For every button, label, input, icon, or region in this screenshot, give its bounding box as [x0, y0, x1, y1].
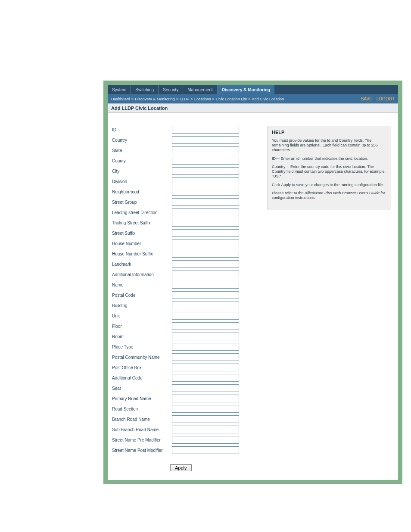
input-name[interactable] [172, 281, 239, 289]
input-country[interactable] [172, 136, 239, 144]
label-floor: Floor [112, 324, 172, 329]
input-street_suffix[interactable] [172, 229, 239, 237]
input-trailing_street_suffix[interactable] [172, 219, 239, 227]
input-post_office_box[interactable] [172, 364, 239, 371]
breadcrumb: Dashboard>Discovery & Monitoring>LLDP>Lo… [111, 97, 284, 101]
input-county[interactable] [172, 157, 239, 165]
input-city[interactable] [172, 167, 239, 175]
form-row-street_name_post_modifier: Street Name Post Modifier [112, 446, 258, 454]
help-text-emphasis: AlliedWare Plus Web Browser User's Guide [305, 191, 380, 195]
input-road_section[interactable] [172, 405, 239, 413]
input-postal_community_name[interactable] [172, 353, 239, 361]
label-city: City [112, 169, 172, 174]
breadcrumb-separator: > [130, 97, 135, 101]
label-house_number: House Number [112, 241, 172, 246]
input-seat[interactable] [172, 384, 239, 392]
label-post_office_box: Post Office Box [112, 365, 172, 370]
label-building: Building [112, 303, 172, 308]
form-row-unit: Unit [112, 312, 258, 320]
help-text: ID— Enter an id number that indicates th… [272, 156, 386, 161]
label-id: ID [112, 128, 172, 132]
label-primary_road_name: Primary Road Name [112, 396, 172, 401]
label-unit: Unit [112, 314, 172, 318]
input-street_group[interactable] [172, 198, 239, 206]
form-row-name: Name [112, 281, 258, 289]
tab-switching[interactable]: Switching [131, 85, 158, 94]
label-street_name_post_modifier: Street Name Post Modifier [112, 448, 172, 453]
help-text-part: Please refer to the [272, 191, 305, 195]
label-trailing_street_suffix: Trailing Street Suffix [112, 221, 172, 225]
help-panel: HELP You must provide values for the Id … [267, 126, 391, 210]
input-room[interactable] [172, 333, 239, 340]
form-row-building: Building [112, 302, 258, 309]
input-street_name_pre_modifier[interactable] [172, 436, 239, 444]
input-primary_road_name[interactable] [172, 395, 239, 402]
label-postal_code: Postal Code [112, 293, 172, 298]
form-row-country: Country [112, 136, 258, 144]
form-row-post_office_box: Post Office Box [112, 364, 258, 371]
label-county: County [112, 159, 172, 163]
main-tabs: System Switching Security Management Dis… [108, 85, 398, 94]
input-place_type[interactable] [172, 343, 239, 351]
input-additional_code[interactable] [172, 374, 239, 382]
breadcrumb-separator: > [190, 97, 194, 101]
breadcrumb-item[interactable]: Dashboard [111, 97, 130, 101]
label-seat: Seat [112, 386, 172, 391]
input-additional_information[interactable] [172, 271, 239, 278]
input-state[interactable] [172, 146, 239, 154]
form-row-leading_street_direction: Leading street Direction [112, 208, 258, 216]
form-row-county: County [112, 157, 258, 165]
help-column: HELP You must provide values for the Id … [267, 126, 394, 210]
input-neighborhood[interactable] [172, 188, 239, 196]
label-street_name_pre_modifier: Street Name Pre Modifier [112, 438, 172, 442]
input-sub_branch_road_name[interactable] [172, 426, 239, 433]
input-division[interactable] [172, 177, 239, 185]
input-leading_street_direction[interactable] [172, 208, 239, 216]
form-row-branch_road_name: Branch Road Name [112, 415, 258, 423]
apply-button[interactable]: Apply [170, 464, 192, 471]
tab-system[interactable]: System [108, 85, 131, 94]
form-row-primary_road_name: Primary Road Name [112, 395, 258, 402]
input-street_name_post_modifier[interactable] [172, 446, 239, 454]
label-branch_road_name: Branch Road Name [112, 417, 172, 422]
form-row-postal_community_name: Postal Community Name [112, 353, 258, 361]
apply-row: Apply [112, 464, 258, 471]
help-title: HELP [272, 130, 386, 136]
tab-discovery-monitoring[interactable]: Discovery & Monitoring [218, 85, 274, 94]
form-row-state: State [112, 146, 258, 154]
breadcrumb-separator: > [175, 97, 180, 101]
form-row-place_type: Place Type [112, 343, 258, 351]
breadcrumb-row: Dashboard>Discovery & Monitoring>LLDP>Lo… [108, 94, 398, 103]
form-row-id: ID [112, 126, 258, 134]
help-text: Please refer to the AlliedWare Plus Web … [272, 191, 386, 201]
breadcrumb-separator: > [211, 97, 215, 101]
page-title: Add LLDP Civic Location [108, 103, 398, 113]
tab-management[interactable]: Management [183, 85, 217, 94]
save-link[interactable]: SAVE [361, 96, 372, 101]
form-row-street_name_pre_modifier: Street Name Pre Modifier [112, 436, 258, 444]
input-postal_code[interactable] [172, 291, 239, 299]
breadcrumb-item[interactable]: Discovery & Monitoring [135, 97, 175, 101]
form-row-trailing_street_suffix: Trailing Street Suffix [112, 219, 258, 227]
input-house_number[interactable] [172, 240, 239, 247]
breadcrumb-item[interactable]: Civic Location List [216, 97, 247, 101]
label-additional_code: Additional Code [112, 376, 172, 380]
breadcrumb-item[interactable]: LLDP [180, 97, 190, 101]
input-landmark[interactable] [172, 260, 239, 268]
input-floor[interactable] [172, 322, 239, 330]
label-neighborhood: Neighborhood [112, 190, 172, 194]
tab-security[interactable]: Security [159, 85, 183, 94]
input-building[interactable] [172, 302, 239, 309]
form-row-street_group: Street Group [112, 198, 258, 206]
input-unit[interactable] [172, 312, 239, 320]
input-id[interactable] [172, 126, 239, 134]
breadcrumb-item[interactable]: Locations [194, 97, 211, 101]
breadcrumb-separator: > [247, 97, 252, 101]
form-row-seat: Seat [112, 384, 258, 392]
input-branch_road_name[interactable] [172, 415, 239, 423]
label-street_suffix: Street Suffix [112, 231, 172, 236]
form-column: IDCountryStateCountyCityDivisionNeighbor… [112, 126, 258, 471]
form-row-house_number: House Number [112, 240, 258, 247]
input-house_number_suffix[interactable] [172, 250, 239, 258]
logout-link[interactable]: LOGOUT [377, 96, 395, 101]
